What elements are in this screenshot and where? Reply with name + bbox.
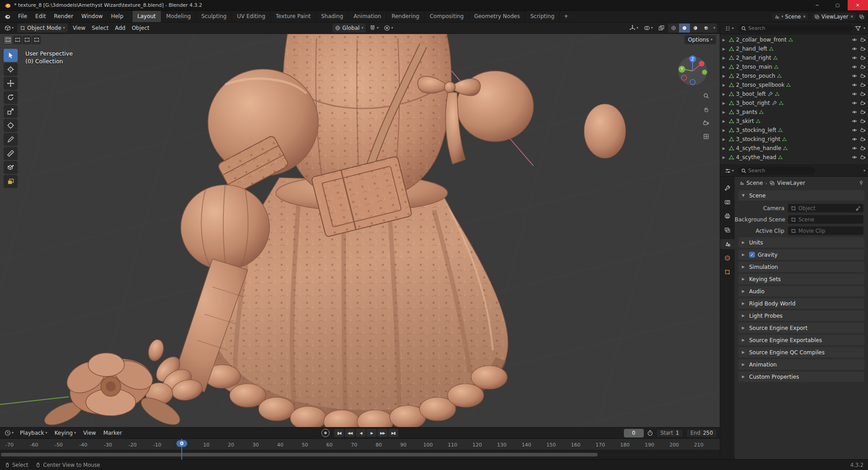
disable-render-camera-icon[interactable]	[860, 100, 866, 106]
disable-render-camera-icon[interactable]	[860, 55, 866, 61]
property-section-header[interactable]: ▶ ✓ Light Probes	[738, 310, 864, 321]
tool-move-button[interactable]	[4, 77, 18, 90]
rose[interactable]	[42, 338, 184, 427]
object-name[interactable]: 3_boot_right	[736, 100, 770, 106]
disable-render-camera-icon[interactable]	[860, 46, 866, 52]
object-name[interactable]: 2_torso_pouch	[736, 73, 775, 79]
object-name[interactable]: 3_stocking_right	[736, 136, 780, 142]
viewport-menu-item[interactable]: View	[70, 25, 89, 31]
show-gizmo-dropdown[interactable]: ▾	[627, 24, 640, 33]
tab-render[interactable]	[722, 197, 733, 207]
timeline-menu-item[interactable]: View ▾	[80, 430, 99, 436]
property-section-header[interactable]: ▶ ✓ Source Engine Exportables	[738, 335, 864, 345]
properties-editor-type-button[interactable]: ▾	[723, 166, 736, 175]
property-section-header[interactable]: ▶ ✓ Audio	[738, 286, 864, 296]
outliner-row[interactable]: ▶ 3_boot_left	[720, 89, 868, 99]
outliner-row[interactable]: ▶ 2_torso_pouch	[720, 71, 868, 80]
workspace-tab[interactable]: Rendering	[387, 11, 425, 22]
workspace-tab[interactable]: Modeling	[161, 11, 197, 22]
object-name[interactable]: 4_scythe_handle	[736, 145, 781, 151]
viewport-menu-item[interactable]: Select	[89, 25, 112, 31]
disclosure-icon[interactable]: ▶	[722, 83, 727, 87]
tool-cursor-button[interactable]	[4, 63, 18, 76]
gravity-checkbox[interactable]: ✓	[749, 252, 755, 258]
transform-orientation-dropdown[interactable]: Global ▾	[332, 24, 366, 33]
breadcrumb-viewlayer[interactable]: ViewLayer	[777, 180, 805, 186]
object-name[interactable]: 4_scythe_head	[736, 154, 776, 160]
viewport-3d[interactable]: ▾ Object Mode ▾ ViewSelectAddObject Glob…	[0, 23, 720, 427]
transport-button[interactable]: ◀◀	[345, 429, 355, 437]
xray-toggle[interactable]	[656, 24, 666, 33]
property-section-header[interactable]: ▶ ✓ Simulation	[738, 262, 864, 272]
viewlayer-selector[interactable]: ViewLayer ✕	[811, 12, 856, 21]
snapping-dropdown[interactable]: ▾	[368, 24, 380, 33]
property-section-header[interactable]: ▶ ✓ Source Engine QC Compiles	[738, 347, 864, 357]
workspace-tab[interactable]: Sculpting	[196, 11, 232, 22]
menubar-item[interactable]: Edit	[31, 11, 50, 22]
gizmo-y-neg-axis[interactable]	[702, 70, 707, 75]
outliner-row[interactable]: ▶ 3_skirt	[720, 117, 868, 126]
transport-button[interactable]: ◀	[356, 429, 366, 437]
stopwatch-icon[interactable]	[647, 430, 653, 436]
outliner-row[interactable]: ▶ 2_hand_left	[720, 44, 868, 53]
workspace-tab[interactable]: Scripting	[525, 11, 560, 22]
object-name[interactable]: 2_hand_right	[736, 55, 771, 61]
disable-render-camera-icon[interactable]	[860, 118, 866, 124]
shading-wireframe-button[interactable]	[668, 24, 679, 33]
property-section-header[interactable]: ▶ ✓ Gravity	[738, 249, 864, 260]
viewport-menu-item[interactable]: Add	[112, 25, 128, 31]
outliner-search[interactable]	[738, 24, 853, 33]
gizmo-x-axis[interactable]	[699, 61, 704, 66]
editor-type-button[interactable]: ▾	[3, 24, 15, 33]
mode-dropdown[interactable]: Object Mode ▾	[17, 24, 68, 33]
maximize-button[interactable]: ▢	[827, 0, 848, 10]
select-mode-new-button[interactable]	[4, 36, 12, 44]
modifier-wrench-icon[interactable]	[768, 91, 773, 97]
shading-rendered-button[interactable]	[701, 24, 712, 33]
eyedropper-icon[interactable]	[855, 206, 861, 211]
hide-viewport-eye-icon[interactable]	[852, 46, 857, 52]
outliner-row[interactable]: ▶ 3_stocking_right	[720, 135, 868, 144]
tab-object[interactable]	[722, 267, 733, 277]
right-hand[interactable]	[584, 104, 626, 158]
object-name[interactable]: 2_torso_main	[736, 64, 772, 70]
model-amethyst-wizard[interactable]	[42, 34, 626, 427]
transport-button[interactable]: ▶	[367, 429, 377, 437]
disclosure-icon[interactable]: ▶	[722, 47, 727, 51]
menubar-item[interactable]: File	[14, 11, 31, 22]
object-name[interactable]: 3_stocking_left	[736, 127, 776, 133]
object-name[interactable]: 3_pants	[736, 109, 757, 115]
outliner-row[interactable]: ▶ 2_collar_bow_front	[720, 35, 868, 44]
tab-scene[interactable]	[720, 239, 735, 249]
disable-render-camera-icon[interactable]	[860, 82, 866, 88]
id-selector-field[interactable]: Scene	[788, 215, 863, 224]
object-name[interactable]: 2_collar_bow_front	[736, 37, 787, 43]
id-selector-field[interactable]: Movie Clip	[788, 226, 863, 235]
property-section-header[interactable]: ▶ ✓ Custom Properties	[738, 371, 864, 382]
hide-viewport-eye-icon[interactable]	[852, 109, 857, 115]
timeline-track[interactable]	[0, 450, 720, 460]
tool-add-primitive-button[interactable]	[4, 175, 18, 188]
outliner-row[interactable]: ▶ 3_pants	[720, 108, 868, 117]
frame-end-field[interactable]: End 250	[686, 429, 717, 437]
remove-viewlayer-icon[interactable]: ✕	[850, 14, 854, 19]
disclosure-icon[interactable]: ▶	[722, 74, 727, 78]
id-selector-field[interactable]: Object	[788, 204, 863, 212]
hide-viewport-eye-icon[interactable]	[852, 91, 857, 97]
object-name[interactable]: 3_skirt	[736, 118, 754, 124]
properties-search-input[interactable]	[748, 168, 811, 174]
property-section-header[interactable]: ▶ ✓ Keying Sets	[738, 274, 864, 284]
shading-dropdown[interactable]: ▾	[712, 26, 717, 30]
modifier-wrench-icon[interactable]	[772, 100, 777, 106]
workspace-tab[interactable]: Shading	[316, 11, 349, 22]
zoom-icon[interactable]	[701, 90, 712, 101]
blender-app-menu-button[interactable]	[0, 13, 14, 20]
select-mode-subtract-button[interactable]	[23, 36, 31, 44]
disable-render-camera-icon[interactable]	[860, 127, 866, 133]
disclosure-icon[interactable]: ▶	[722, 56, 727, 60]
disclosure-icon[interactable]: ▶	[722, 65, 727, 69]
hide-viewport-eye-icon[interactable]	[852, 136, 857, 142]
puff-sleeve[interactable]	[181, 185, 269, 270]
disable-render-camera-icon[interactable]	[860, 91, 866, 97]
properties-search[interactable]	[738, 167, 815, 175]
